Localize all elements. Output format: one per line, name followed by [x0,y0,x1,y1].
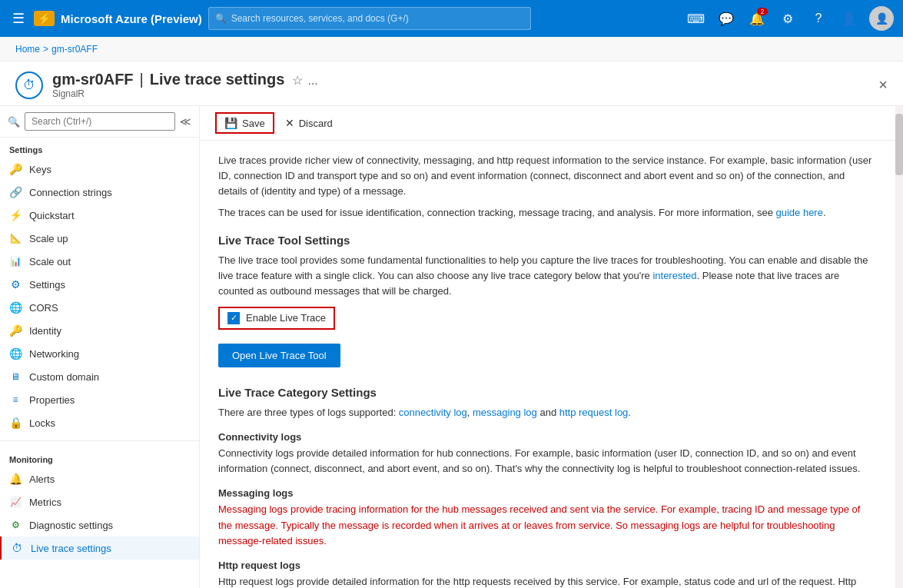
sidebar-item-diagnostic-settings[interactable]: ⚙ Diagnostic settings [0,513,199,537]
discard-button[interactable]: ✕ Discard [277,113,340,133]
live-trace-icon: ⏱ [11,542,23,554]
enable-trace-container: ✓ Enable Live Trace [218,307,873,330]
sidebar-item-label: Quickstart [29,210,75,221]
notification-badge: 2 [757,8,768,15]
discard-label: Discard [299,118,333,129]
section2-desc: There are three types of logs supported:… [218,405,873,420]
section1-title: Live Trace Tool Settings [218,234,873,247]
http-desc: Http request logs provide detailed infor… [218,574,873,588]
sidebar-item-label: Locks [29,417,55,429]
sidebar-item-quickstart[interactable]: ⚡ Quickstart [0,204,199,227]
custom-domain-icon: 🖥 [9,370,22,383]
body-split: 🔍 ≪ Settings 🔑 Keys 🔗 Connection strings… [0,106,903,588]
sidebar-item-label: Scale up [29,233,68,244]
settings-icon-btn[interactable]: ⚙ [774,5,802,32]
sidebar-item-label: Live trace settings [31,543,111,554]
section-label-settings: Settings [0,138,199,158]
section2-title: Live Trace Category Settings [218,386,873,399]
sidebar-item-label: Metrics [29,497,61,508]
more-actions-dots[interactable]: ... [307,74,317,88]
hamburger-menu[interactable]: ☰ [9,7,28,30]
sidebar-item-cors[interactable]: 🌐 CORS [0,296,199,319]
metrics-icon: 📈 [9,496,22,508]
sidebar-search-input[interactable] [25,112,175,131]
user-voice-icon-btn[interactable]: 👤 [835,5,863,32]
breadcrumb-resource[interactable]: gm-sr0AFF [51,44,98,55]
sidebar-search-bar: 🔍 ≪ [0,106,199,138]
page-header-text: gm-sr0AFF | Live trace settings ☆ ... Si… [52,71,869,99]
keys-icon: 🔑 [9,163,22,175]
sidebar-item-locks[interactable]: 🔒 Locks [0,411,199,434]
sidebar-item-label: CORS [29,302,58,314]
scale-out-icon: 📊 [9,255,22,267]
save-label: Save [242,118,265,129]
enable-trace-label: Enable Live Trace [246,312,326,324]
sidebar-item-networking[interactable]: 🌐 Networking [0,342,199,365]
topbar: ☰ ⚡ Microsoft Azure (Preview) 🔍 Search r… [0,0,903,37]
http-title: Http request logs [218,560,873,571]
cors-icon: 🌐 [9,301,22,314]
messaging-title: Messaging logs [218,487,873,499]
sidebar-item-identity[interactable]: 🔑 Identity [0,319,199,342]
sidebar-collapse-btn[interactable]: ≪ [180,115,191,128]
notifications-icon-btn[interactable]: 🔔 2 [743,5,771,32]
connectivity-desc: Connectivity logs provide detailed infor… [218,446,873,477]
sidebar-item-label: Alerts [29,473,55,485]
sidebar: 🔍 ≪ Settings 🔑 Keys 🔗 Connection strings… [0,106,200,588]
section-label-monitoring: Monitoring [0,447,199,467]
search-bar[interactable]: 🔍 Search resources, services, and docs (… [208,7,531,30]
sidebar-item-label: Properties [29,394,75,406]
connection-strings-icon: 🔗 [9,186,22,198]
section1-desc: The live trace tool provides some fundam… [218,253,873,299]
settings-icon: ⚙ [9,278,22,291]
traces-use-text: The traces can be used for issue identif… [218,205,873,221]
identity-icon: 🔑 [9,324,22,337]
sidebar-item-label: Identity [29,325,61,337]
favorite-star[interactable]: ☆ [292,73,303,88]
help-icon-btn[interactable]: ? [805,5,832,32]
sidebar-item-settings[interactable]: ⚙ Settings [0,273,199,296]
breadcrumb: Home > gm-sr0AFF [0,37,903,61]
networking-icon: 🌐 [9,347,22,360]
sidebar-scroll-container: Settings 🔑 Keys 🔗 Connection strings ⚡ Q… [0,138,199,588]
sidebar-item-metrics[interactable]: 📈 Metrics [0,490,199,513]
toolbar: 💾 Save ✕ Discard [200,106,903,141]
sidebar-item-keys[interactable]: 🔑 Keys [0,158,199,181]
sidebar-item-alerts[interactable]: 🔔 Alerts [0,467,199,490]
page-title: Live trace settings [150,71,285,88]
sidebar-item-label: Keys [29,164,51,175]
messaging-desc: Messaging logs provide tracing informati… [218,502,873,548]
sidebar-item-label: Settings [29,279,65,291]
clock-icon: ⏱ [23,78,35,92]
alerts-icon: 🔔 [9,473,22,485]
sidebar-item-scale-out[interactable]: 📊 Scale out [0,250,199,273]
guide-link-1[interactable]: guide here [775,207,822,218]
open-trace-button[interactable]: Open Live Trace Tool [218,344,340,367]
enable-trace-checkbox[interactable]: ✓ [227,312,240,324]
open-trace-btn-container: Open Live Trace Tool [218,337,873,374]
enable-trace-row[interactable]: ✓ Enable Live Trace [218,307,335,330]
sidebar-item-properties[interactable]: ≡ Properties [0,388,199,411]
main-scrollbar[interactable] [895,106,903,588]
terminal-icon-btn[interactable]: ⌨ [682,5,709,32]
sidebar-item-scale-up[interactable]: 📐 Scale up [0,227,199,250]
scale-up-icon: 📐 [9,232,22,244]
feedback-icon-btn[interactable]: 💬 [712,5,740,32]
search-icon: 🔍 [215,13,227,24]
save-button[interactable]: 💾 Save [215,112,274,134]
sidebar-item-connection-strings[interactable]: 🔗 Connection strings [0,181,199,204]
sidebar-item-live-trace[interactable]: ⏱ Live trace settings [0,537,199,560]
avatar[interactable]: 👤 [869,6,894,31]
sidebar-divider [0,440,199,441]
connectivity-title: Connectivity logs [218,431,873,443]
main-content: 💾 Save ✕ Discard Live traces provide ric… [200,106,903,588]
page-header: ⏱ gm-sr0AFF | Live trace settings ☆ ... … [0,61,903,106]
topbar-icons: ⌨ 💬 🔔 2 ⚙ ? 👤 👤 [682,5,894,32]
sidebar-item-custom-domain[interactable]: 🖥 Custom domain [0,365,199,388]
breadcrumb-home[interactable]: Home [15,44,40,55]
sidebar-search-icon: 🔍 [8,116,20,128]
save-icon: 💾 [224,117,237,129]
main-scrollbar-thumb[interactable] [895,114,903,175]
page-subtitle: SignalR [52,88,869,99]
close-button[interactable]: × [878,76,888,94]
